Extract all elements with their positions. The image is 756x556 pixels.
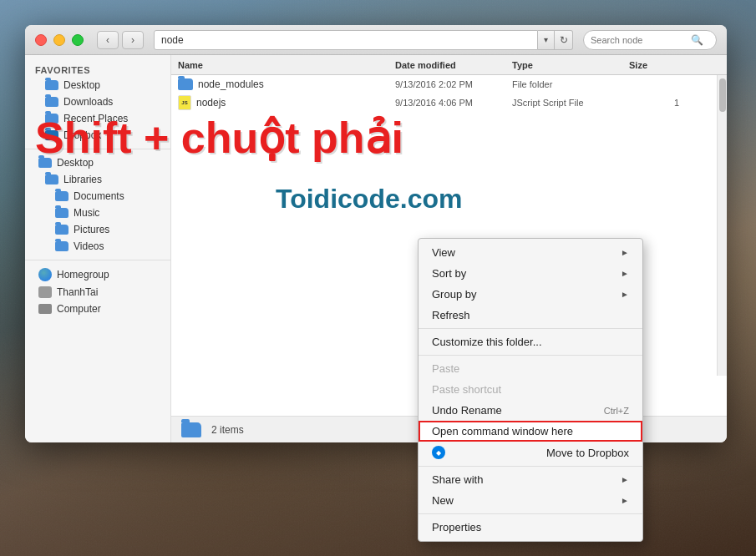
computer-icon <box>38 304 52 314</box>
folder-icon <box>55 225 68 235</box>
globe-icon <box>38 268 52 281</box>
ctx-separator <box>419 513 642 514</box>
address-input[interactable]: node <box>154 30 538 50</box>
submenu-arrow-icon: ► <box>621 475 629 484</box>
col-header-name[interactable]: Name <box>178 60 395 70</box>
ctx-item-label: Properties <box>432 521 481 533</box>
submenu-arrow-icon: ► <box>621 248 629 257</box>
sidebar-item-homegroup[interactable]: Homegroup <box>25 265 170 284</box>
file-name-cell: JS nodejs <box>178 95 395 110</box>
favorites-label: Favorites <box>25 62 170 77</box>
ctx-item-label: Move to Dropbox <box>546 447 629 459</box>
file-size-cell: 1 <box>629 98 679 108</box>
search-icon: 🔍 <box>691 34 703 46</box>
sidebar-item-music[interactable]: Music <box>25 205 170 221</box>
forward-button[interactable]: › <box>122 31 144 49</box>
submenu-arrow-icon: ► <box>621 496 629 505</box>
folder-icon <box>45 80 58 90</box>
ctx-item-label: Share with <box>432 473 483 486</box>
sidebar-item-downloads[interactable]: Downloads <box>25 94 170 110</box>
ctx-item-properties[interactable]: Properties <box>419 517 642 538</box>
back-button[interactable]: ‹ <box>97 31 119 49</box>
sidebar-item-documents[interactable]: Documents <box>25 188 170 205</box>
sidebar-item-videos[interactable]: Videos <box>25 238 170 255</box>
ctx-item-label: Refresh <box>432 309 470 321</box>
ctx-item-customize[interactable]: Customize this folder... <box>419 331 642 352</box>
title-bar: ‹ › node ▾ ↻ 🔍 <box>25 25 727 55</box>
file-type-cell: File folder <box>512 79 629 89</box>
sidebar-item-label: ThanhTai <box>57 286 98 298</box>
ctx-item-label: Open command window here <box>432 425 573 437</box>
col-header-size[interactable]: Size <box>629 60 679 70</box>
search-bar: 🔍 <box>583 30 717 50</box>
sidebar-item-desktop[interactable]: Desktop <box>25 77 170 94</box>
ctx-item-paste: Paste <box>419 358 642 379</box>
ctx-separator <box>419 466 642 467</box>
ctx-item-label: New <box>432 494 454 507</box>
ctx-item-label: View <box>432 246 455 259</box>
js-file-icon: JS <box>178 95 191 110</box>
ctx-item-label: Group by <box>432 288 476 301</box>
overlay-annotation: Shift + chuột phải <box>35 113 403 163</box>
close-button[interactable] <box>35 34 47 46</box>
col-header-type[interactable]: Type <box>512 60 629 70</box>
divider <box>25 260 170 260</box>
column-headers: Name Date modified Type Size <box>171 55 727 75</box>
ctx-item-label: Customize this folder... <box>432 336 542 348</box>
window-controls <box>35 34 84 46</box>
sidebar-item-thanhtai[interactable]: ThanhTai <box>25 284 170 301</box>
minimize-button[interactable] <box>53 34 65 46</box>
folder-icon <box>178 78 193 90</box>
sidebar-item-libraries[interactable]: Libraries <box>25 171 170 188</box>
context-menu: View ► Sort by ► Group by ► Refresh Cust… <box>418 238 643 542</box>
ctx-item-open-command[interactable]: Open command window here <box>419 421 642 442</box>
submenu-arrow-icon: ► <box>621 269 629 278</box>
nav-buttons: ‹ › <box>97 31 144 49</box>
sidebar-item-label: Documents <box>74 190 124 202</box>
ctx-item-move-dropbox[interactable]: Move to Dropbox <box>419 442 642 463</box>
ctx-item-paste-shortcut: Paste shortcut <box>419 379 642 400</box>
maximize-button[interactable] <box>72 34 84 46</box>
file-date-cell: 9/13/2016 4:06 PM <box>395 98 512 108</box>
sidebar-item-computer[interactable]: Computer <box>25 301 170 317</box>
ctx-item-undo-rename[interactable]: Undo Rename Ctrl+Z <box>419 400 642 421</box>
sidebar-item-label: Videos <box>74 240 104 252</box>
sidebar-item-label: Downloads <box>63 96 113 108</box>
address-bar: node ▾ ↻ <box>154 30 573 50</box>
search-input[interactable] <box>591 35 691 45</box>
file-date-cell: 9/13/2016 2:02 PM <box>395 79 512 89</box>
brand-label: Toidicode.com <box>276 184 462 215</box>
table-row[interactable]: JS nodejs 9/13/2016 4:06 PM JScript Scri… <box>171 94 727 112</box>
dropbox-icon <box>432 446 445 459</box>
sidebar-item-pictures[interactable]: Pictures <box>25 221 170 238</box>
table-row[interactable]: node_modules 9/13/2016 2:02 PM File fold… <box>171 75 727 94</box>
folder-icon <box>45 174 58 184</box>
scrollbar-thumb[interactable] <box>719 78 726 112</box>
col-header-date[interactable]: Date modified <box>395 60 512 70</box>
file-name: nodejs <box>196 97 226 109</box>
sidebar-item-label: Computer <box>57 303 101 315</box>
user-icon <box>38 286 52 298</box>
folder-icon <box>45 97 58 107</box>
ctx-item-label: Paste <box>432 362 459 375</box>
ctx-item-share-with[interactable]: Share with ► <box>419 469 642 490</box>
sidebar-item-label: Music <box>74 207 99 219</box>
ctx-item-new[interactable]: New ► <box>419 490 642 511</box>
address-dropdown[interactable]: ▾ <box>538 30 555 50</box>
file-type-cell: JScript Script File <box>512 98 629 108</box>
sidebar-item-label: Libraries <box>63 174 102 185</box>
folder-icon <box>55 191 68 201</box>
ctx-separator <box>419 355 642 356</box>
ctx-item-view[interactable]: View ► <box>419 242 642 263</box>
ctx-item-label: Sort by <box>432 267 466 280</box>
status-folder-icon <box>181 422 201 437</box>
ctx-item-sortby[interactable]: Sort by ► <box>419 263 642 284</box>
ctx-item-groupby[interactable]: Group by ► <box>419 284 642 305</box>
scrollbar-track[interactable] <box>717 75 727 376</box>
ctx-item-refresh[interactable]: Refresh <box>419 305 642 326</box>
sidebar-item-label: Pictures <box>74 224 109 235</box>
status-text: 2 items <box>211 424 244 436</box>
ctx-item-label: Undo Rename <box>432 404 502 417</box>
address-refresh[interactable]: ↻ <box>555 30 573 50</box>
ctx-item-label: Paste shortcut <box>432 383 501 396</box>
